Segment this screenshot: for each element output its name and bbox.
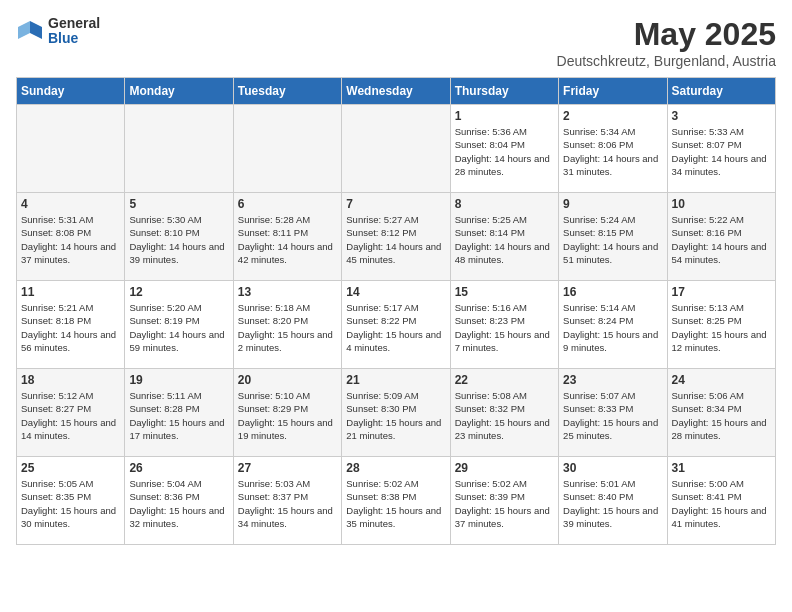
- day-number: 1: [455, 109, 554, 123]
- cell-info: Sunrise: 5:02 AMSunset: 8:38 PMDaylight:…: [346, 478, 441, 529]
- logo-text: General Blue: [48, 16, 100, 47]
- calendar-cell: 17 Sunrise: 5:13 AMSunset: 8:25 PMDaylig…: [667, 281, 775, 369]
- day-number: 19: [129, 373, 228, 387]
- cell-info: Sunrise: 5:33 AMSunset: 8:07 PMDaylight:…: [672, 126, 767, 177]
- day-number: 5: [129, 197, 228, 211]
- logo-general-text: General: [48, 16, 100, 31]
- calendar-cell: 27 Sunrise: 5:03 AMSunset: 8:37 PMDaylig…: [233, 457, 341, 545]
- calendar-cell: 31 Sunrise: 5:00 AMSunset: 8:41 PMDaylig…: [667, 457, 775, 545]
- calendar-cell: 24 Sunrise: 5:06 AMSunset: 8:34 PMDaylig…: [667, 369, 775, 457]
- cell-info: Sunrise: 5:28 AMSunset: 8:11 PMDaylight:…: [238, 214, 333, 265]
- calendar-week-row: 11 Sunrise: 5:21 AMSunset: 8:18 PMDaylig…: [17, 281, 776, 369]
- weekday-header: Monday: [125, 78, 233, 105]
- day-number: 12: [129, 285, 228, 299]
- cell-info: Sunrise: 5:02 AMSunset: 8:39 PMDaylight:…: [455, 478, 550, 529]
- day-number: 23: [563, 373, 662, 387]
- cell-info: Sunrise: 5:18 AMSunset: 8:20 PMDaylight:…: [238, 302, 333, 353]
- cell-info: Sunrise: 5:14 AMSunset: 8:24 PMDaylight:…: [563, 302, 658, 353]
- day-number: 3: [672, 109, 771, 123]
- day-number: 25: [21, 461, 120, 475]
- cell-info: Sunrise: 5:24 AMSunset: 8:15 PMDaylight:…: [563, 214, 658, 265]
- day-number: 17: [672, 285, 771, 299]
- calendar-cell: 15 Sunrise: 5:16 AMSunset: 8:23 PMDaylig…: [450, 281, 558, 369]
- day-number: 30: [563, 461, 662, 475]
- weekday-header-row: SundayMondayTuesdayWednesdayThursdayFrid…: [17, 78, 776, 105]
- calendar-cell: 12 Sunrise: 5:20 AMSunset: 8:19 PMDaylig…: [125, 281, 233, 369]
- cell-info: Sunrise: 5:34 AMSunset: 8:06 PMDaylight:…: [563, 126, 658, 177]
- day-number: 16: [563, 285, 662, 299]
- cell-info: Sunrise: 5:03 AMSunset: 8:37 PMDaylight:…: [238, 478, 333, 529]
- calendar-cell: 13 Sunrise: 5:18 AMSunset: 8:20 PMDaylig…: [233, 281, 341, 369]
- calendar-cell: 7 Sunrise: 5:27 AMSunset: 8:12 PMDayligh…: [342, 193, 450, 281]
- calendar-cell: 3 Sunrise: 5:33 AMSunset: 8:07 PMDayligh…: [667, 105, 775, 193]
- cell-info: Sunrise: 5:13 AMSunset: 8:25 PMDaylight:…: [672, 302, 767, 353]
- weekday-header: Sunday: [17, 78, 125, 105]
- calendar-cell: 19 Sunrise: 5:11 AMSunset: 8:28 PMDaylig…: [125, 369, 233, 457]
- calendar-cell: 21 Sunrise: 5:09 AMSunset: 8:30 PMDaylig…: [342, 369, 450, 457]
- cell-info: Sunrise: 5:36 AMSunset: 8:04 PMDaylight:…: [455, 126, 550, 177]
- calendar-cell: 11 Sunrise: 5:21 AMSunset: 8:18 PMDaylig…: [17, 281, 125, 369]
- calendar-cell: 5 Sunrise: 5:30 AMSunset: 8:10 PMDayligh…: [125, 193, 233, 281]
- calendar-cell: 29 Sunrise: 5:02 AMSunset: 8:39 PMDaylig…: [450, 457, 558, 545]
- day-number: 8: [455, 197, 554, 211]
- calendar-cell: 14 Sunrise: 5:17 AMSunset: 8:22 PMDaylig…: [342, 281, 450, 369]
- cell-info: Sunrise: 5:05 AMSunset: 8:35 PMDaylight:…: [21, 478, 116, 529]
- logo-icon: [16, 17, 44, 45]
- cell-info: Sunrise: 5:11 AMSunset: 8:28 PMDaylight:…: [129, 390, 224, 441]
- calendar-cell: 16 Sunrise: 5:14 AMSunset: 8:24 PMDaylig…: [559, 281, 667, 369]
- day-number: 27: [238, 461, 337, 475]
- cell-info: Sunrise: 5:01 AMSunset: 8:40 PMDaylight:…: [563, 478, 658, 529]
- calendar-cell: 6 Sunrise: 5:28 AMSunset: 8:11 PMDayligh…: [233, 193, 341, 281]
- calendar-table: SundayMondayTuesdayWednesdayThursdayFrid…: [16, 77, 776, 545]
- weekday-header: Saturday: [667, 78, 775, 105]
- day-number: 6: [238, 197, 337, 211]
- calendar-cell: [125, 105, 233, 193]
- cell-info: Sunrise: 5:09 AMSunset: 8:30 PMDaylight:…: [346, 390, 441, 441]
- calendar-cell: 20 Sunrise: 5:10 AMSunset: 8:29 PMDaylig…: [233, 369, 341, 457]
- weekday-header: Wednesday: [342, 78, 450, 105]
- day-number: 2: [563, 109, 662, 123]
- calendar-cell: 10 Sunrise: 5:22 AMSunset: 8:16 PMDaylig…: [667, 193, 775, 281]
- cell-info: Sunrise: 5:16 AMSunset: 8:23 PMDaylight:…: [455, 302, 550, 353]
- calendar-cell: 4 Sunrise: 5:31 AMSunset: 8:08 PMDayligh…: [17, 193, 125, 281]
- cell-info: Sunrise: 5:22 AMSunset: 8:16 PMDaylight:…: [672, 214, 767, 265]
- calendar-cell: 9 Sunrise: 5:24 AMSunset: 8:15 PMDayligh…: [559, 193, 667, 281]
- day-number: 21: [346, 373, 445, 387]
- day-number: 7: [346, 197, 445, 211]
- calendar-week-row: 4 Sunrise: 5:31 AMSunset: 8:08 PMDayligh…: [17, 193, 776, 281]
- calendar-week-row: 25 Sunrise: 5:05 AMSunset: 8:35 PMDaylig…: [17, 457, 776, 545]
- day-number: 24: [672, 373, 771, 387]
- logo: General Blue: [16, 16, 100, 47]
- cell-info: Sunrise: 5:07 AMSunset: 8:33 PMDaylight:…: [563, 390, 658, 441]
- cell-info: Sunrise: 5:06 AMSunset: 8:34 PMDaylight:…: [672, 390, 767, 441]
- weekday-header: Tuesday: [233, 78, 341, 105]
- cell-info: Sunrise: 5:04 AMSunset: 8:36 PMDaylight:…: [129, 478, 224, 529]
- cell-info: Sunrise: 5:27 AMSunset: 8:12 PMDaylight:…: [346, 214, 441, 265]
- cell-info: Sunrise: 5:00 AMSunset: 8:41 PMDaylight:…: [672, 478, 767, 529]
- calendar-week-row: 18 Sunrise: 5:12 AMSunset: 8:27 PMDaylig…: [17, 369, 776, 457]
- calendar-cell: 8 Sunrise: 5:25 AMSunset: 8:14 PMDayligh…: [450, 193, 558, 281]
- cell-info: Sunrise: 5:12 AMSunset: 8:27 PMDaylight:…: [21, 390, 116, 441]
- page-header: General Blue May 2025 Deutschkreutz, Bur…: [16, 16, 776, 69]
- day-number: 20: [238, 373, 337, 387]
- calendar-cell: 18 Sunrise: 5:12 AMSunset: 8:27 PMDaylig…: [17, 369, 125, 457]
- day-number: 22: [455, 373, 554, 387]
- day-number: 31: [672, 461, 771, 475]
- calendar-cell: 1 Sunrise: 5:36 AMSunset: 8:04 PMDayligh…: [450, 105, 558, 193]
- cell-info: Sunrise: 5:30 AMSunset: 8:10 PMDaylight:…: [129, 214, 224, 265]
- cell-info: Sunrise: 5:10 AMSunset: 8:29 PMDaylight:…: [238, 390, 333, 441]
- weekday-header: Thursday: [450, 78, 558, 105]
- calendar-cell: 2 Sunrise: 5:34 AMSunset: 8:06 PMDayligh…: [559, 105, 667, 193]
- day-number: 13: [238, 285, 337, 299]
- calendar-cell: [233, 105, 341, 193]
- calendar-cell: [342, 105, 450, 193]
- day-number: 26: [129, 461, 228, 475]
- calendar-cell: [17, 105, 125, 193]
- calendar-week-row: 1 Sunrise: 5:36 AMSunset: 8:04 PMDayligh…: [17, 105, 776, 193]
- cell-info: Sunrise: 5:25 AMSunset: 8:14 PMDaylight:…: [455, 214, 550, 265]
- day-number: 14: [346, 285, 445, 299]
- day-number: 18: [21, 373, 120, 387]
- month-title: May 2025: [557, 16, 776, 53]
- title-area: May 2025 Deutschkreutz, Burgenland, Aust…: [557, 16, 776, 69]
- calendar-cell: 22 Sunrise: 5:08 AMSunset: 8:32 PMDaylig…: [450, 369, 558, 457]
